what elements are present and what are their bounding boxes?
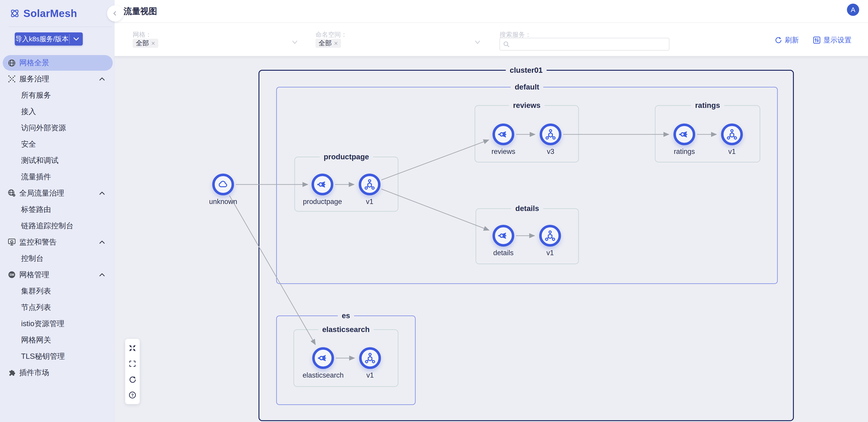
group-label: reviews bbox=[509, 101, 545, 109]
tag-remove-icon[interactable]: × bbox=[334, 40, 338, 47]
node-productpage-service[interactable] bbox=[312, 173, 333, 195]
globe-gear-icon bbox=[7, 189, 16, 197]
sidebar-item-label: 插件市场 bbox=[19, 367, 105, 378]
sidebar-item-mesh-panorama[interactable]: 网格全景 bbox=[3, 55, 113, 71]
sidebar-item-monitoring-alerts[interactable]: 监控和警告 bbox=[0, 234, 115, 250]
page-title: 流量视图 bbox=[124, 0, 157, 23]
search-service-group: 搜索服务： bbox=[499, 23, 672, 56]
help-button[interactable]: ? bbox=[125, 387, 140, 403]
avatar[interactable]: A bbox=[847, 4, 859, 16]
sidebar-item-service-governance[interactable]: 服务治理 bbox=[0, 71, 115, 87]
group-label: ratings bbox=[691, 101, 724, 109]
filter-bar: 网格： 全部 × 命名空间： 全部 × 搜索服务： bbox=[115, 23, 868, 56]
node-productpage-v1[interactable] bbox=[359, 173, 380, 195]
sidebar-item-security[interactable]: 安全 bbox=[0, 136, 115, 152]
help-icon: ? bbox=[128, 390, 137, 399]
monitor-bell-icon bbox=[7, 238, 16, 246]
sidebar-item-all-services[interactable]: 所有服务 bbox=[0, 87, 115, 103]
solarmesh-logo-icon bbox=[10, 8, 20, 19]
mesh-selected-tag[interactable]: 全部 × bbox=[133, 39, 158, 48]
namespace-filter-label: 命名空间： bbox=[315, 30, 347, 39]
node-label-unknown: unknown bbox=[187, 198, 259, 206]
service-icon bbox=[317, 179, 328, 190]
node-reviews-service[interactable] bbox=[493, 124, 514, 145]
sidebar-item-label: 监控和警告 bbox=[19, 237, 99, 247]
namespace-label: default bbox=[510, 83, 543, 91]
cluster-label: cluster01 bbox=[506, 66, 547, 74]
sidebar-item-test-debug[interactable]: 测试和调试 bbox=[0, 152, 115, 169]
sidebar-item-mesh-gateway[interactable]: 网格网关 bbox=[0, 332, 115, 348]
display-settings-icon bbox=[813, 36, 820, 44]
import-k8s-button-label[interactable]: 导入k8s服务/版本 bbox=[15, 32, 69, 45]
namespace-filter: 命名空间： 全部 × bbox=[315, 23, 481, 56]
sidebar-item-access[interactable]: 接入 bbox=[0, 103, 115, 120]
svg-text:?: ? bbox=[131, 393, 134, 397]
reload-button[interactable] bbox=[125, 371, 140, 387]
logo: SolarMesh bbox=[10, 7, 77, 20]
service-icon bbox=[498, 129, 509, 140]
globe-icon bbox=[7, 59, 16, 67]
cloud-icon bbox=[217, 179, 229, 190]
fullscreen-icon bbox=[128, 359, 137, 368]
sidebar-item-tls-secrets[interactable]: TLS秘钥管理 bbox=[0, 348, 115, 364]
node-ratings-v1[interactable] bbox=[721, 124, 743, 145]
sidebar-item-console[interactable]: 控制台 bbox=[0, 250, 115, 266]
workload-icon bbox=[364, 179, 375, 190]
node-ratings-service[interactable] bbox=[674, 124, 695, 145]
sidebar-item-label: 安全 bbox=[21, 139, 105, 149]
sidebar-item-label: 网格全景 bbox=[19, 58, 103, 68]
sidebar-divider bbox=[9, 27, 112, 27]
workload-icon bbox=[545, 230, 556, 241]
refresh-button[interactable]: 刷新 bbox=[774, 35, 799, 45]
node-details-v1[interactable] bbox=[539, 225, 561, 247]
sidebar-item-traffic-plugins[interactable]: 流量插件 bbox=[0, 169, 115, 185]
sidebar-item-label: 控制台 bbox=[21, 253, 105, 264]
sidebar-item-mesh-management[interactable]: SM 网格管理 bbox=[0, 266, 115, 283]
namespace-select[interactable]: 全部 × bbox=[315, 38, 481, 48]
chevron-up-icon bbox=[99, 240, 105, 244]
workload-icon bbox=[545, 129, 556, 140]
sidebar-item-node-list[interactable]: 节点列表 bbox=[0, 299, 115, 316]
sidebar-item-label: 网格管理 bbox=[19, 270, 99, 280]
group-label: productpage bbox=[320, 153, 373, 161]
workload-icon bbox=[726, 129, 738, 140]
sidebar-collapse-button[interactable] bbox=[107, 5, 123, 22]
node-elasticsearch-service[interactable] bbox=[312, 347, 334, 369]
sidebar-item-global-traffic-governance[interactable]: 全局流量治理 bbox=[0, 185, 115, 201]
sidebar-item-label: 标签路由 bbox=[21, 204, 105, 215]
tag-remove-icon[interactable]: × bbox=[151, 40, 155, 47]
sidebar-item-label: 流量插件 bbox=[21, 172, 105, 182]
search-input[interactable] bbox=[499, 38, 670, 51]
namespace-selected-tag[interactable]: 全部 × bbox=[315, 39, 341, 48]
import-dropdown-button[interactable] bbox=[70, 32, 83, 45]
svg-text:SM: SM bbox=[9, 273, 14, 277]
sidebar-item-label: 节点列表 bbox=[21, 302, 105, 313]
node-details-service[interactable] bbox=[493, 225, 514, 247]
sidebar-item-label: 集群列表 bbox=[21, 286, 105, 296]
fullscreen-button[interactable] bbox=[125, 356, 140, 371]
node-elasticsearch-v1[interactable] bbox=[359, 347, 381, 369]
sidebar-item-istio-resources[interactable]: istio资源管理 bbox=[0, 316, 115, 332]
mesh-filter: 网格： 全部 × bbox=[133, 23, 298, 56]
display-settings-button[interactable]: 显示设置 bbox=[813, 35, 851, 45]
group-box-reviews: reviews bbox=[474, 105, 579, 162]
node-unknown[interactable] bbox=[212, 173, 234, 195]
topology-canvas[interactable]: cluster01 default reviews ratings produc… bbox=[115, 56, 868, 422]
sidebar-item-external-resources[interactable]: 访问外部资源 bbox=[0, 120, 115, 136]
node-reviews-v3[interactable] bbox=[540, 124, 561, 145]
chevron-up-icon bbox=[99, 77, 105, 81]
import-k8s-button[interactable]: 导入k8s服务/版本 bbox=[15, 32, 83, 45]
dots-grid-icon bbox=[7, 74, 16, 83]
sidebar-item-label: 链路追踪控制台 bbox=[21, 221, 105, 231]
chevron-down-icon bbox=[474, 40, 481, 45]
sidebar-item-tag-routing[interactable]: 标签路由 bbox=[0, 201, 115, 218]
sidebar-item-tracing-console[interactable]: 链路追踪控制台 bbox=[0, 218, 115, 234]
fit-view-button[interactable] bbox=[125, 340, 140, 356]
sidebar-item-label: 全局流量治理 bbox=[19, 188, 99, 198]
sidebar-item-plugin-market[interactable]: 插件市场 bbox=[0, 364, 115, 381]
chevron-up-icon bbox=[99, 273, 105, 277]
sidebar-item-label: TLS秘钥管理 bbox=[21, 351, 105, 361]
sidebar-item-cluster-list[interactable]: 集群列表 bbox=[0, 283, 115, 299]
mesh-select[interactable]: 全部 × bbox=[133, 38, 298, 48]
app-title: SolarMesh bbox=[23, 7, 77, 20]
